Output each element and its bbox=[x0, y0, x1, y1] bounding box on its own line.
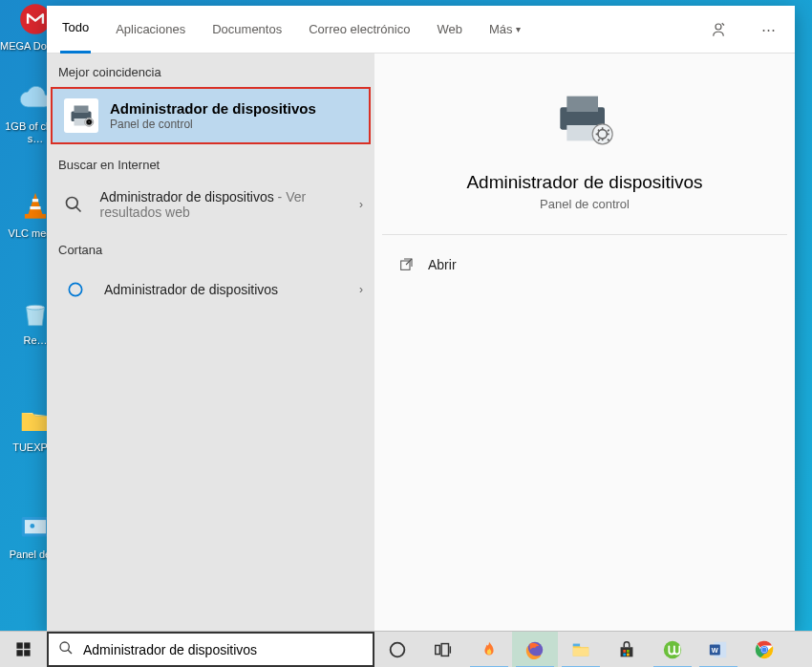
svg-point-8 bbox=[716, 24, 721, 30]
svg-rect-6 bbox=[25, 520, 46, 533]
svg-rect-1 bbox=[32, 199, 38, 202]
preview-subtitle: Panel de control bbox=[401, 197, 768, 211]
tab-mas[interactable]: Más ▾ bbox=[487, 6, 524, 54]
tab-todo[interactable]: Todo bbox=[60, 6, 91, 54]
section-cortana: Cortana bbox=[47, 231, 374, 263]
chevron-down-icon: ▾ bbox=[516, 6, 521, 54]
svg-rect-23 bbox=[16, 650, 22, 656]
result-title: Administrador de dispositivos bbox=[100, 189, 274, 204]
taskbar-chrome[interactable] bbox=[741, 632, 787, 668]
search-tabs: Todo Aplicaciones Documentos Correo elec… bbox=[47, 6, 795, 54]
preview-actions: Abrir bbox=[374, 235, 795, 294]
svg-text:W: W bbox=[712, 645, 718, 654]
taskbar-utorrent[interactable] bbox=[650, 632, 695, 668]
svg-rect-28 bbox=[441, 643, 448, 656]
tab-documentos[interactable]: Documentos bbox=[210, 6, 284, 54]
result-title: Administrador de dispositivos bbox=[104, 282, 278, 297]
svg-rect-30 bbox=[573, 643, 580, 646]
taskbar: W bbox=[0, 631, 812, 667]
search-icon bbox=[58, 187, 89, 222]
search-box[interactable] bbox=[47, 632, 374, 667]
chevron-right-icon: › bbox=[359, 198, 363, 211]
svg-rect-34 bbox=[623, 653, 626, 656]
taskbar-tray: W bbox=[374, 632, 812, 668]
taskbar-taskview[interactable] bbox=[420, 632, 466, 668]
svg-point-7 bbox=[30, 524, 34, 528]
preview-icon bbox=[551, 92, 618, 145]
search-icon bbox=[58, 640, 74, 659]
svg-rect-24 bbox=[24, 650, 30, 656]
chevron-right-icon: › bbox=[359, 283, 363, 296]
search-flyout: Todo Aplicaciones Documentos Correo elec… bbox=[47, 6, 795, 631]
svg-rect-21 bbox=[16, 642, 22, 648]
svg-rect-2 bbox=[30, 206, 40, 209]
taskbar-store[interactable] bbox=[604, 632, 650, 668]
result-title: Administrador de dispositivos bbox=[110, 100, 316, 117]
tab-web[interactable]: Web bbox=[435, 6, 464, 54]
action-open-label: Abrir bbox=[428, 257, 457, 272]
preview-title: Administrador de dispositivos bbox=[401, 172, 768, 193]
svg-rect-10 bbox=[75, 106, 89, 114]
svg-point-13 bbox=[66, 198, 77, 209]
svg-point-25 bbox=[60, 642, 69, 651]
svg-point-4 bbox=[27, 305, 45, 310]
tab-correo[interactable]: Correo electrónico bbox=[307, 6, 412, 54]
tab-mas-label: Más bbox=[489, 6, 513, 54]
feedback-icon[interactable] bbox=[705, 16, 732, 43]
result-subtitle: Panel de control bbox=[110, 117, 316, 132]
result-best-match[interactable]: Administrador de dispositivos Panel de c… bbox=[51, 87, 371, 144]
section-internet: Buscar en Internet bbox=[47, 146, 374, 178]
svg-point-18 bbox=[592, 124, 612, 144]
device-manager-icon bbox=[64, 98, 98, 133]
tab-aplicaciones[interactable]: Aplicaciones bbox=[114, 6, 187, 54]
preview-panel: Administrador de dispositivos Panel de c… bbox=[374, 54, 795, 631]
svg-rect-33 bbox=[627, 650, 630, 653]
svg-point-14 bbox=[69, 283, 81, 295]
svg-rect-27 bbox=[436, 645, 440, 654]
cortana-icon bbox=[58, 272, 93, 307]
svg-point-26 bbox=[391, 642, 405, 656]
section-best: Mejor coincidencia bbox=[47, 54, 374, 85]
results-panel: Mejor coincidencia Administrador de disp… bbox=[47, 54, 374, 631]
start-button[interactable] bbox=[0, 632, 47, 668]
svg-rect-31 bbox=[573, 648, 589, 656]
taskbar-firefox[interactable] bbox=[512, 632, 558, 668]
taskbar-cortana[interactable] bbox=[374, 632, 420, 668]
result-web-search[interactable]: Administrador de dispositivos - Ver resu… bbox=[47, 178, 374, 231]
more-icon[interactable]: ⋯ bbox=[755, 16, 781, 43]
open-icon bbox=[397, 256, 415, 273]
taskbar-app-flame[interactable] bbox=[466, 632, 512, 668]
taskbar-word[interactable]: W bbox=[695, 632, 741, 668]
svg-point-43 bbox=[761, 647, 766, 652]
taskbar-explorer[interactable] bbox=[558, 632, 604, 668]
svg-rect-3 bbox=[25, 214, 46, 219]
result-cortana[interactable]: Administrador de dispositivos › bbox=[47, 263, 374, 316]
search-input[interactable] bbox=[83, 642, 363, 657]
svg-rect-32 bbox=[623, 650, 626, 653]
action-open[interactable]: Abrir bbox=[374, 247, 795, 283]
svg-rect-16 bbox=[566, 97, 598, 112]
svg-rect-22 bbox=[24, 642, 30, 648]
svg-rect-35 bbox=[627, 653, 630, 656]
